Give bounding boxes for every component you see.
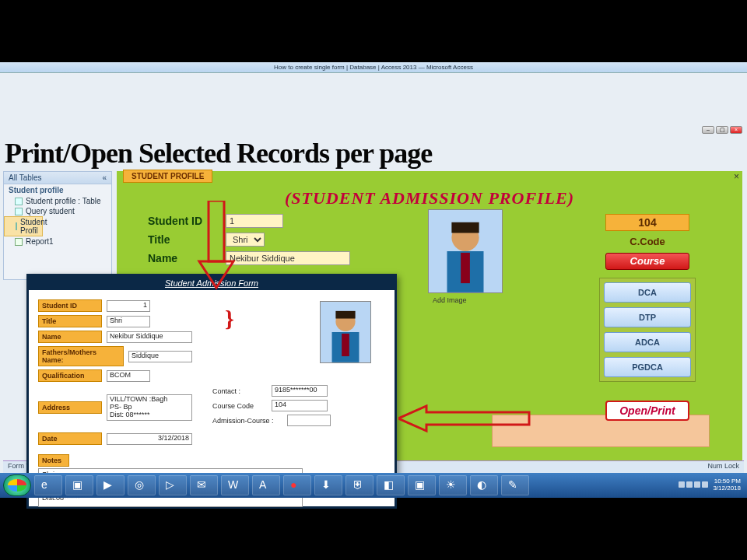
svg-rect-4 xyxy=(451,222,479,233)
r-parent-label: Fathers/Mothers Name: xyxy=(38,346,124,366)
nav-item-table[interactable]: Student profile : Table xyxy=(4,196,111,206)
taskbar-paint-icon[interactable]: ✎ xyxy=(501,475,529,495)
taskbar-play-icon[interactable]: ▷ xyxy=(159,475,187,495)
taskbar-firefox-icon[interactable]: ◐ xyxy=(470,475,498,495)
report-photo xyxy=(320,301,371,363)
navigation-pane[interactable]: All Tables « Student profile Student pro… xyxy=(3,171,112,280)
maximize-button[interactable]: ▢ xyxy=(716,126,728,134)
tutorial-overlay-title: Print/Open Selected Records per page xyxy=(5,137,742,170)
nav-item-report[interactable]: Report1 xyxy=(4,236,111,247)
r-student-id-label: Student ID xyxy=(38,299,102,312)
r-notes-label: Notes xyxy=(38,454,69,467)
taskbar-folder-icon[interactable]: ▣ xyxy=(65,475,93,495)
query-icon xyxy=(15,208,23,215)
start-button[interactable] xyxy=(3,474,31,496)
taskbar-mail-icon[interactable]: ✉ xyxy=(190,475,218,495)
r-admcourse-label: Admission-Course : xyxy=(212,417,282,425)
nav-group[interactable]: Student profile xyxy=(4,184,111,196)
window-controls: – ▢ × xyxy=(702,126,742,134)
status-right: Num Lock xyxy=(707,462,739,472)
course-option-adca[interactable]: ADCA xyxy=(604,332,691,352)
taskbar-access-icon[interactable]: A xyxy=(252,475,280,495)
r-parent-value: Siddique xyxy=(128,351,192,362)
svg-rect-12 xyxy=(335,311,355,319)
taskbar-ie-icon[interactable]: e xyxy=(34,475,62,495)
r-contact-label: Contact : xyxy=(212,387,267,395)
id-badge: 104 xyxy=(605,214,689,231)
r-date-label: Date xyxy=(38,432,102,445)
taskbar-app-icon[interactable]: ◧ xyxy=(377,475,405,495)
report-icon xyxy=(15,238,23,246)
r-admcourse-value xyxy=(287,415,331,426)
table-icon xyxy=(15,198,23,205)
taskbar-chrome-icon[interactable]: ◎ xyxy=(128,475,156,495)
annotation-arrow-left xyxy=(398,404,531,436)
taskbar-clock[interactable]: 10:50 PM 3/12/2018 xyxy=(713,478,741,492)
r-qual-value: BCOM xyxy=(107,370,150,382)
taskbar[interactable]: e ▣ ▶ ◎ ▷ ✉ W A ● ⬇ ⛨ ◧ ▣ ☀ ◐ ✎ 10:50 PM… xyxy=(0,473,747,498)
student-photo[interactable] xyxy=(428,209,503,293)
taskbar-download-icon[interactable]: ⬇ xyxy=(314,475,342,495)
course-option-dtp[interactable]: DTP xyxy=(604,307,691,327)
nav-item-form[interactable]: Student Profil xyxy=(4,216,43,236)
svg-marker-7 xyxy=(398,406,529,431)
svg-rect-11 xyxy=(342,334,349,356)
system-tray[interactable]: 10:50 PM 3/12/2018 xyxy=(677,478,744,492)
minimize-button[interactable]: – xyxy=(702,126,714,134)
form-close-icon[interactable]: × xyxy=(734,171,739,182)
taskbar-media-icon[interactable]: ▶ xyxy=(96,475,124,495)
form-icon xyxy=(16,222,17,230)
taskbar-weather-icon[interactable]: ☀ xyxy=(439,475,467,495)
svg-rect-5 xyxy=(209,201,224,261)
taskbar-record-icon[interactable]: ● xyxy=(283,475,311,495)
svg-marker-6 xyxy=(199,261,233,288)
tray-icons[interactable] xyxy=(677,481,708,489)
course-option-pgdca[interactable]: PGDCA xyxy=(604,357,691,377)
taskbar-word-icon[interactable]: W xyxy=(221,475,249,495)
r-student-id-value: 1 xyxy=(107,300,150,312)
r-address-label: Address xyxy=(38,401,102,414)
course-button[interactable]: Course xyxy=(605,253,689,270)
window-titlebar: How to create single form | Database | A… xyxy=(0,62,747,73)
nav-item-query[interactable]: Query student xyxy=(4,206,111,216)
r-contact-value: 9185*******00 xyxy=(272,385,328,397)
open-print-button[interactable]: Open/Print xyxy=(605,401,689,421)
r-name-label: Name xyxy=(38,331,102,343)
svg-rect-3 xyxy=(461,253,470,283)
r-title-value: Shri xyxy=(107,316,150,327)
app-window: How to create single form | Database | A… xyxy=(0,62,747,498)
annotation-brace: } xyxy=(225,306,234,332)
r-ccode-label: Course Code xyxy=(212,402,267,410)
r-title-label: Title xyxy=(38,315,102,327)
r-qual-label: Qualification xyxy=(38,369,102,382)
r-date-value: 3/12/2018 xyxy=(107,433,192,445)
nav-header[interactable]: All Tables « xyxy=(4,172,111,184)
photo-caption: Add Image xyxy=(433,296,467,304)
form-tab[interactable]: STUDENT PROFILE xyxy=(123,170,212,183)
course-option-panel: DCA DTP ADCA PGDCA xyxy=(599,278,696,382)
annotation-arrow-down xyxy=(193,201,240,294)
taskbar-cam-icon[interactable]: ▣ xyxy=(408,475,436,495)
r-ccode-value: 104 xyxy=(272,400,328,411)
course-code-label: C.Code xyxy=(605,236,689,247)
close-button[interactable]: × xyxy=(730,126,742,134)
name-field[interactable] xyxy=(226,251,350,265)
course-option-dca[interactable]: DCA xyxy=(604,282,691,303)
r-address-value: VILL/TOWN :Bagh PS- Bp Dist: 08****** xyxy=(107,394,192,421)
taskbar-shield-icon[interactable]: ⛨ xyxy=(345,475,374,495)
r-name-value: Nekibur Siddique xyxy=(107,331,192,343)
